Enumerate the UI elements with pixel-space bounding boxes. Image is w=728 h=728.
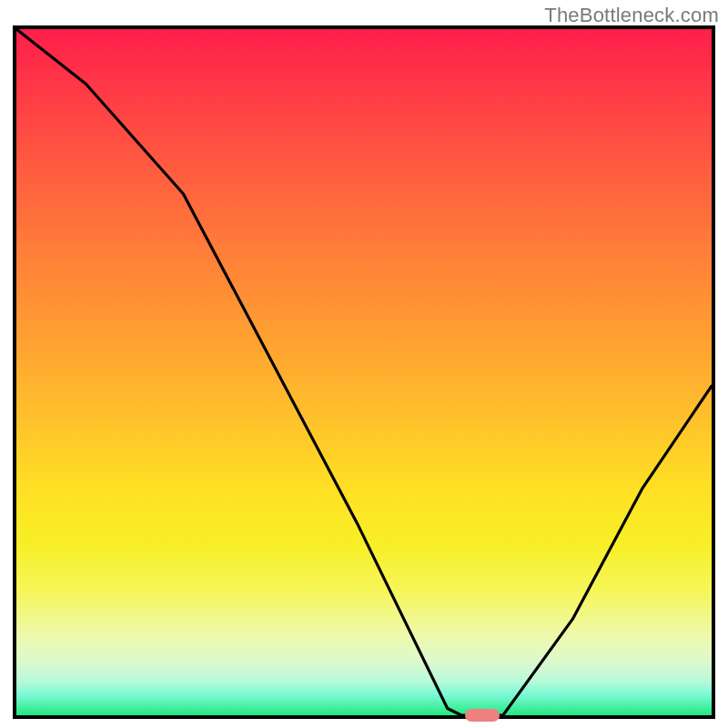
plot-frame: [13, 25, 715, 719]
watermark-text: TheBottleneck.com: [544, 4, 719, 27]
bottleneck-curve: [16, 29, 712, 715]
chart-canvas: TheBottleneck.com: [0, 0, 728, 728]
optimum-marker: [465, 709, 500, 722]
